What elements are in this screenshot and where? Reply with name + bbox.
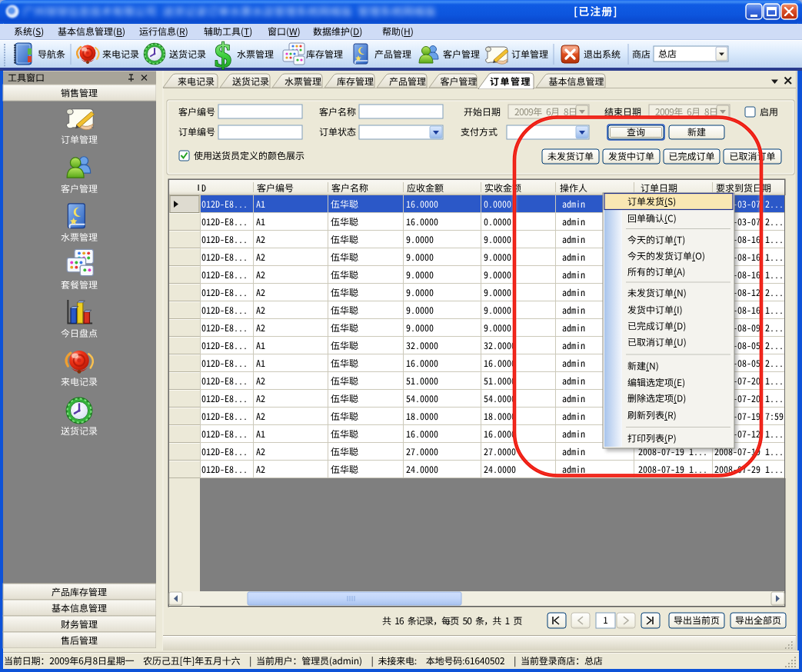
svg-text:$: $: [215, 36, 232, 75]
